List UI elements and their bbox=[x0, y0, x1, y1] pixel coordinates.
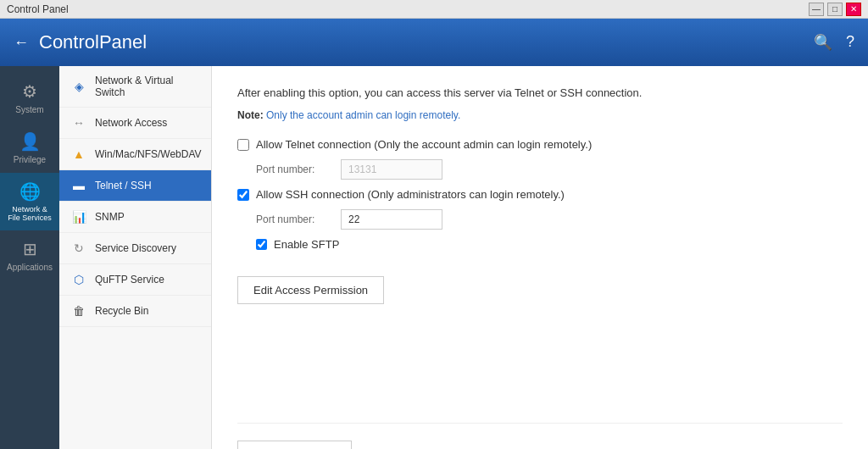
close-button[interactable]: ✕ bbox=[846, 3, 861, 16]
app-header: ← ControlPanel 🔍 ? bbox=[0, 19, 868, 66]
title-bar: Control Panel — □ ✕ bbox=[0, 0, 868, 19]
minimize-button[interactable]: — bbox=[809, 3, 824, 16]
sub-label-network-access: Network Access bbox=[95, 117, 167, 129]
sidebar-label-network-file: Network &File Services bbox=[8, 205, 52, 222]
telnet-port-input[interactable] bbox=[341, 159, 442, 180]
sidebar-item-privilege[interactable]: 👤 Privilege bbox=[0, 123, 59, 173]
sidebar-label-system: System bbox=[15, 105, 43, 114]
telnet-checkbox[interactable] bbox=[237, 139, 249, 151]
telnet-port-label: Port number: bbox=[256, 164, 332, 175]
title-bar-controls: — □ ✕ bbox=[809, 3, 861, 16]
app-title-bold: Control bbox=[39, 31, 99, 53]
app-title-light: Panel bbox=[99, 31, 147, 53]
app-container: ← ControlPanel 🔍 ? ⚙ System 👤 Privilege … bbox=[0, 19, 868, 449]
apply-section: Apply bbox=[237, 423, 843, 449]
help-icon[interactable]: ? bbox=[846, 33, 854, 52]
ssh-port-row: Port number: bbox=[256, 209, 843, 230]
sftp-checkbox[interactable] bbox=[256, 239, 267, 250]
note-value: Only the account admin can login remotel… bbox=[266, 109, 460, 121]
sub-label-recycle-bin: Recycle Bin bbox=[95, 305, 148, 317]
sidebar: ⚙ System 👤 Privilege 🌐 Network &File Ser… bbox=[0, 66, 59, 449]
system-icon: ⚙ bbox=[22, 81, 37, 102]
content-area: After enabling this option, you can acce… bbox=[212, 66, 868, 449]
sub-label-quftp: QuFTP Service bbox=[95, 274, 164, 285]
apply-button[interactable]: Apply bbox=[237, 441, 352, 449]
maximize-button[interactable]: □ bbox=[827, 3, 843, 16]
sub-item-network-virtual[interactable]: ◈ Network & Virtual Switch bbox=[59, 66, 211, 108]
win-mac-icon: ▲ bbox=[71, 147, 86, 161]
sub-label-service-discovery: Service Discovery bbox=[95, 242, 176, 254]
sub-label-telnet-ssh: Telnet / SSH bbox=[95, 180, 152, 191]
sftp-row: Enable SFTP bbox=[256, 238, 843, 251]
sub-label-snmp: SNMP bbox=[95, 211, 125, 223]
snmp-icon: 📊 bbox=[71, 210, 86, 224]
note-label: Note: bbox=[237, 109, 264, 121]
sub-item-quftp[interactable]: ⬡ QuFTP Service bbox=[59, 264, 211, 296]
telnet-ssh-icon: ▬ bbox=[71, 179, 86, 192]
sidebar-item-system[interactable]: ⚙ System bbox=[0, 73, 59, 123]
note-text: Note: Only the account admin can login r… bbox=[237, 109, 843, 121]
telnet-label: Allow Telnet connection (Only the accoun… bbox=[256, 138, 592, 151]
ssh-option-row: Allow SSH connection (Only administrator… bbox=[237, 188, 843, 201]
main-layout: ⚙ System 👤 Privilege 🌐 Network &File Ser… bbox=[0, 66, 868, 449]
sub-label-win-mac: Win/Mac/NFS/WebDAV bbox=[95, 148, 202, 160]
sidebar-item-network-file[interactable]: 🌐 Network &File Services bbox=[0, 173, 59, 230]
service-discovery-icon: ↻ bbox=[71, 241, 86, 255]
sidebar-label-privilege: Privilege bbox=[14, 155, 46, 164]
ssh-label: Allow SSH connection (Only administrator… bbox=[256, 188, 565, 201]
telnet-option-row: Allow Telnet connection (Only the accoun… bbox=[237, 138, 843, 151]
privilege-icon: 👤 bbox=[19, 131, 41, 152]
app-title: ControlPanel bbox=[39, 31, 147, 53]
sidebar-item-applications[interactable]: ⊞ Applications bbox=[0, 230, 59, 280]
ssh-port-label: Port number: bbox=[256, 213, 332, 225]
title-bar-text: Control Panel bbox=[7, 3, 69, 15]
quftp-icon: ⬡ bbox=[71, 273, 86, 286]
ssh-checkbox[interactable] bbox=[237, 189, 249, 201]
sub-item-network-access[interactable]: ↔ Network Access bbox=[59, 108, 211, 139]
telnet-port-row: Port number: bbox=[256, 159, 843, 180]
back-button[interactable]: ← bbox=[14, 34, 29, 52]
sub-label-network-virtual: Network & Virtual Switch bbox=[95, 75, 199, 98]
network-virtual-icon: ◈ bbox=[71, 80, 86, 93]
sub-sidebar: ◈ Network & Virtual Switch ↔ Network Acc… bbox=[59, 66, 212, 449]
edit-access-permission-button[interactable]: Edit Access Permission bbox=[237, 276, 384, 304]
applications-icon: ⊞ bbox=[23, 239, 37, 259]
header-icons: 🔍 ? bbox=[814, 33, 854, 52]
sub-item-service-discovery[interactable]: ↻ Service Discovery bbox=[59, 233, 211, 264]
ssh-port-input[interactable] bbox=[341, 209, 442, 230]
sub-item-telnet-ssh[interactable]: ▬ Telnet / SSH bbox=[59, 170, 211, 202]
recycle-bin-icon: 🗑 bbox=[71, 304, 86, 318]
network-file-icon: 🌐 bbox=[19, 181, 41, 202]
sftp-label: Enable SFTP bbox=[274, 238, 339, 251]
header-left: ← ControlPanel bbox=[14, 31, 147, 53]
description-text: After enabling this option, you can acce… bbox=[237, 86, 843, 99]
search-icon[interactable]: 🔍 bbox=[814, 33, 832, 52]
sidebar-label-applications: Applications bbox=[7, 263, 53, 272]
sub-item-win-mac[interactable]: ▲ Win/Mac/NFS/WebDAV bbox=[59, 139, 211, 170]
network-access-icon: ↔ bbox=[71, 116, 86, 130]
sub-item-snmp[interactable]: 📊 SNMP bbox=[59, 202, 211, 233]
sub-item-recycle-bin[interactable]: 🗑 Recycle Bin bbox=[59, 296, 211, 327]
